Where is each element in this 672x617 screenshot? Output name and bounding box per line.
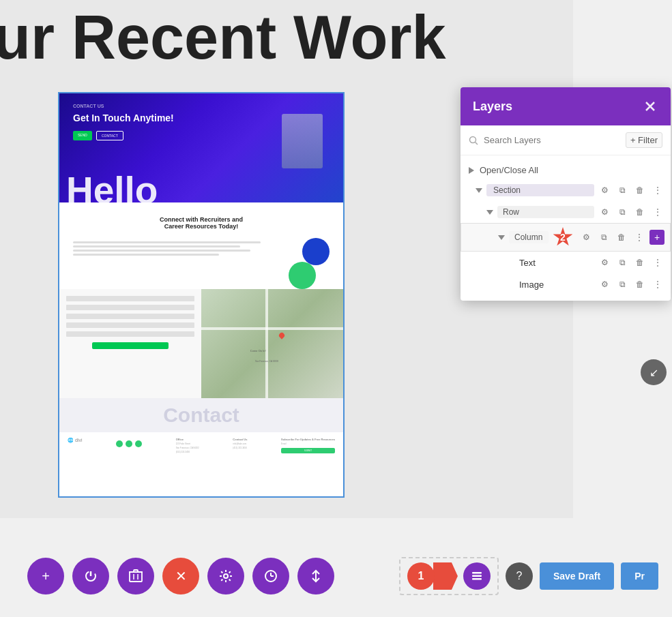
preview-hero-label: CONTACT US — [73, 104, 104, 108]
preview-form — [59, 289, 201, 398]
add-module-button[interactable]: + — [27, 558, 64, 595]
power-icon — [83, 569, 98, 584]
toolbar-right: 1 ? Save Draft Pr — [399, 557, 658, 595]
toolbar-left: + ✕ — [27, 558, 334, 595]
text-more-btn[interactable]: ⋮ — [650, 255, 665, 270]
search-input[interactable] — [484, 135, 620, 145]
history-icon — [263, 569, 278, 584]
section-actions: ⚙ ⧉ 🗑 ⋮ — [597, 183, 665, 198]
row-delete-btn[interactable]: 🗑 — [632, 205, 647, 220]
column-badge-container: 2 — [553, 227, 573, 247]
responsive-icon — [308, 569, 323, 584]
settings-icon — [218, 569, 233, 584]
history-button[interactable] — [252, 558, 289, 595]
open-close-label: Open/Close All — [480, 165, 538, 175]
column-delete-btn[interactable]: 🗑 — [614, 230, 629, 245]
layers-icon — [471, 570, 483, 582]
svg-rect-18 — [472, 578, 482, 580]
layers-tree: Open/Close All Section ⚙ ⧉ 🗑 ⋮ Row ⚙ ⧉ — [461, 155, 671, 301]
section-delete-btn[interactable]: 🗑 — [632, 183, 647, 198]
preview-hero-buttons: SEND CONTACT — [73, 131, 123, 140]
open-close-arrow — [469, 167, 474, 174]
svg-point-11 — [224, 574, 228, 578]
preview-hero: CONTACT US Get In Touch Anytime! SEND CO… — [59, 93, 343, 202]
trash-icon — [129, 569, 143, 584]
preview-hello-text: Hello — [66, 172, 158, 202]
preview-bottom: Come On In! San Francisco, CA 00000 — [59, 289, 343, 398]
help-button[interactable]: ? — [506, 562, 533, 590]
tree-item-image[interactable]: Image ⚙ ⧉ 🗑 ⋮ — [461, 273, 671, 295]
row-settings-btn[interactable]: ⚙ — [597, 205, 612, 220]
text-delete-btn[interactable]: 🗑 — [632, 255, 647, 270]
close-button[interactable]: ✕ — [162, 558, 199, 595]
open-close-all[interactable]: Open/Close All — [461, 161, 671, 179]
svg-rect-16 — [472, 572, 482, 574]
step-1-circle: 1 — [407, 562, 435, 590]
image-label: Image — [519, 280, 594, 290]
text-actions: ⚙ ⧉ 🗑 ⋮ — [597, 255, 665, 270]
column-add-btn[interactable]: + — [649, 230, 664, 245]
preview-middle-title: Connect with Recruiters andCareer Resour… — [73, 216, 330, 230]
column-actions: ⚙ ⧉ 🗑 ⋮ — [579, 230, 647, 245]
filter-button[interactable]: + Filter — [626, 132, 662, 148]
section-duplicate-btn[interactable]: ⧉ — [615, 183, 630, 198]
layers-panel-header: Layers — [461, 87, 671, 125]
responsive-button[interactable] — [297, 558, 334, 595]
layers-close-button[interactable] — [642, 98, 658, 115]
image-more-btn[interactable]: ⋮ — [650, 277, 665, 292]
column-more-btn[interactable]: ⋮ — [632, 230, 647, 245]
step-1-indicator: 1 — [407, 562, 458, 590]
layers-search-bar: + Filter — [461, 125, 671, 155]
layers-panel-title: Layers — [473, 100, 512, 114]
image-arrow — [507, 280, 516, 289]
save-draft-button[interactable]: Save Draft — [540, 562, 614, 590]
preview-map: Come On In! San Francisco, CA 00000 — [201, 289, 343, 398]
text-settings-btn[interactable]: ⚙ — [597, 255, 612, 270]
image-duplicate-btn[interactable]: ⧉ — [615, 277, 630, 292]
publish-button[interactable]: Pr — [621, 562, 658, 590]
step-1-arrow — [433, 562, 458, 590]
settings-button[interactable] — [207, 558, 244, 595]
preview-middle: Connect with Recruiters andCareer Resour… — [59, 202, 343, 289]
layers-toggle-button[interactable] — [463, 562, 491, 590]
preview-photo — [282, 114, 323, 168]
column-arrow — [497, 232, 506, 242]
tree-item-text[interactable]: Text ⚙ ⧉ 🗑 ⋮ — [461, 252, 671, 273]
toggle-sidebar-btn[interactable]: ↙ — [641, 359, 667, 385]
column-label: Column — [509, 231, 549, 243]
step-group: 1 — [399, 557, 499, 595]
preview-btn-2: CONTACT — [96, 131, 123, 140]
preview-container: CONTACT US Get In Touch Anytime! SEND CO… — [58, 92, 345, 498]
svg-point-2 — [470, 136, 476, 142]
preview-contact-text: Contact — [163, 404, 239, 427]
power-button[interactable] — [72, 558, 109, 595]
image-delete-btn[interactable]: 🗑 — [632, 277, 647, 292]
svg-rect-8 — [134, 570, 138, 572]
text-label: Text — [519, 258, 594, 268]
section-more-btn[interactable]: ⋮ — [650, 183, 665, 198]
column-duplicate-btn[interactable]: ⧉ — [596, 230, 611, 245]
column-badge: 2 — [553, 227, 573, 247]
preview-footer: 🌐 divi Office 123 Fake Street San Franci… — [59, 432, 343, 459]
preview-text-lines — [73, 241, 282, 256]
trash-button[interactable] — [117, 558, 154, 595]
column-settings-btn[interactable]: ⚙ — [579, 230, 594, 245]
preview-footer-dots — [116, 440, 142, 447]
preview-btn-1: SEND — [73, 131, 92, 140]
tree-item-column[interactable]: Column 2 ⚙ ⧉ 🗑 ⋮ + — [461, 223, 671, 252]
row-actions: ⚙ ⧉ 🗑 ⋮ — [597, 205, 665, 220]
svg-rect-6 — [130, 572, 142, 582]
image-settings-btn[interactable]: ⚙ — [597, 277, 612, 292]
text-duplicate-btn[interactable]: ⧉ — [615, 255, 630, 270]
section-arrow — [474, 185, 484, 195]
preview-hero-title: Get In Touch Anytime! — [73, 112, 174, 123]
preview-contact-section: Contact — [59, 398, 343, 432]
tree-item-section[interactable]: Section ⚙ ⧉ 🗑 ⋮ — [461, 179, 671, 201]
row-more-btn[interactable]: ⋮ — [650, 205, 665, 220]
section-settings-btn[interactable]: ⚙ — [597, 183, 612, 198]
bottom-toolbar: + ✕ — [0, 535, 672, 617]
image-actions: ⚙ ⧉ 🗑 ⋮ — [597, 277, 665, 292]
row-duplicate-btn[interactable]: ⧉ — [615, 205, 630, 220]
row-label: Row — [497, 206, 594, 218]
tree-item-row[interactable]: Row ⚙ ⧉ 🗑 ⋮ — [461, 201, 671, 223]
